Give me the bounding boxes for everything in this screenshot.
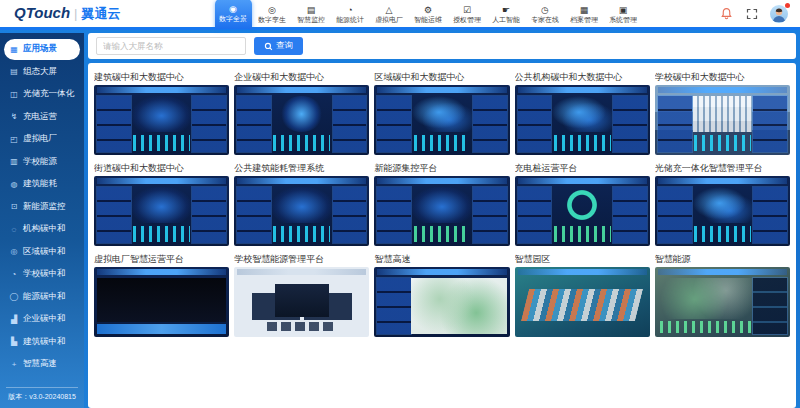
sidebar-item-能源碳中和[interactable]: ◯ 能源碳中和 <box>4 287 80 308</box>
thumb-barchart-decoration <box>133 135 190 151</box>
dashboard-card[interactable]: 智慧能源 <box>655 251 790 337</box>
dashboard-card[interactable]: 建筑碳中和大数据中心 <box>94 69 229 155</box>
notification-badge <box>785 3 790 8</box>
sidebar-item-充电运营[interactable]: ↯ 充电运营 <box>4 107 80 128</box>
card-thumbnail[interactable] <box>515 85 650 155</box>
dashboard-card[interactable]: 虚拟电厂智慧运营平台 <box>94 251 229 337</box>
sidebar-item-学校能源[interactable]: ▥ 学校能源 <box>4 152 80 173</box>
dashboard-card[interactable]: 街道碳中和大数据中心 <box>94 160 229 246</box>
card-thumbnail[interactable] <box>94 176 229 246</box>
dashboard-card[interactable]: 光储充一体化智慧管理平台 <box>655 160 790 246</box>
tab-icon: ▤ <box>307 5 316 15</box>
thumb-right-panel-decoration <box>753 278 787 334</box>
avatar[interactable] <box>770 5 788 23</box>
sidebar-item-光储充一体化[interactable]: ◫ 光储充一体化 <box>4 84 80 105</box>
card-thumbnail[interactable] <box>655 267 790 337</box>
dashboard-card[interactable]: 公共机构碳中和大数据中心 <box>515 69 650 155</box>
sidebar-item-label: 组态大屏 <box>23 66 57 78</box>
sidebar-item-区域碳中和[interactable]: ◎ 区域碳中和 <box>4 242 80 263</box>
dashboard-card[interactable]: 智慧高速 <box>374 251 509 337</box>
sidebar-item-虚拟电厂[interactable]: ◰ 虚拟电厂 <box>4 129 80 150</box>
tab-icon: ◷ <box>541 5 549 15</box>
thumb-barchart-decoration <box>660 321 751 333</box>
card-thumbnail[interactable] <box>515 267 650 337</box>
card-thumbnail[interactable] <box>94 85 229 155</box>
thumb-header-decoration <box>658 178 787 184</box>
sidebar: ▦ 应用场景 ▤ 组态大屏 ◫ 光储充一体化 ↯ 充电运营 ◰ 虚拟电厂 ▥ 学… <box>0 33 84 408</box>
dashboard-card[interactable]: 区域碳中和大数据中心 <box>374 69 509 155</box>
tab-label: 系统管理 <box>609 15 637 23</box>
card-thumbnail[interactable] <box>374 176 509 246</box>
thumb-right-panel-decoration <box>753 96 787 152</box>
sidebar-item-label: 虚拟电厂 <box>23 133 57 145</box>
card-title: 智慧园区 <box>515 251 650 267</box>
tab-智能运维[interactable]: ⚙ 智能运维 <box>410 1 447 29</box>
tab-系统管理[interactable]: ▣ 系统管理 <box>605 1 642 29</box>
card-thumbnail[interactable] <box>374 267 509 337</box>
fullscreen-icon[interactable] <box>744 6 760 22</box>
thumb-right-panel-decoration <box>333 96 367 152</box>
sidebar-item-机构碳中和[interactable]: ◌ 机构碳中和 <box>4 219 80 240</box>
card-thumbnail[interactable] <box>655 176 790 246</box>
sidebar-item-label: 应用场景 <box>23 43 57 55</box>
sidebar-item-icon: ↯ <box>9 112 19 121</box>
sidebar-item-label: 区域碳中和 <box>23 246 66 258</box>
sidebar-item-icon: ◔ <box>9 270 19 279</box>
dashboard-card[interactable]: 学校碳中和大数据中心 <box>655 69 790 155</box>
card-thumbnail[interactable] <box>234 85 369 155</box>
card-title: 公共建筑能耗管理系统 <box>234 160 369 176</box>
thumb-center-decoration <box>412 187 472 223</box>
sidebar-item-label: 机构碳中和 <box>23 223 66 235</box>
dashboard-card[interactable]: 充电桩运营平台 <box>515 160 650 246</box>
search-input[interactable] <box>96 37 246 55</box>
thumb-center-decoration <box>97 278 226 322</box>
tab-数字全景[interactable]: ◉ 数字全景 <box>215 0 252 29</box>
tab-label: 数字全景 <box>219 14 247 22</box>
tab-label: 数字孪生 <box>258 15 286 23</box>
dashboard-card[interactable]: 学校智慧能源管理平台 <box>234 251 369 337</box>
thumb-center-decoration <box>132 96 192 132</box>
tab-智慧监控[interactable]: ▤ 智慧监控 <box>293 1 330 29</box>
tab-虚拟电厂[interactable]: △ 虚拟电厂 <box>371 1 408 29</box>
card-thumbnail[interactable] <box>94 267 229 337</box>
sidebar-item-企业碳中和[interactable]: ▟ 企业碳中和 <box>4 309 80 330</box>
sidebar-item-label: 学校能源 <box>23 156 57 168</box>
card-title: 智慧能源 <box>655 251 790 267</box>
card-title: 光储充一体化智慧管理平台 <box>655 160 790 176</box>
tab-人工智能[interactable]: ☛ 人工智能 <box>488 1 525 29</box>
thumb-header-decoration <box>97 269 226 275</box>
top-nav-tabbar: ◉ 数字全景 ◎ 数字孪生 ▤ 智慧监控 ◔ 能源统计 △ 虚拟电厂 ⚙ 智能运… <box>150 0 706 29</box>
tab-档案管理[interactable]: ▦ 档案管理 <box>566 1 603 29</box>
tab-授权管理[interactable]: ☑ 授权管理 <box>449 1 486 29</box>
card-thumbnail[interactable] <box>234 176 369 246</box>
search-button[interactable]: 查询 <box>254 37 303 55</box>
sidebar-item-label: 建筑碳中和 <box>23 336 66 348</box>
tab-专家在线[interactable]: ◷ 专家在线 <box>527 1 564 29</box>
sidebar-item-组态大屏[interactable]: ▤ 组态大屏 <box>4 62 80 83</box>
card-thumbnail[interactable] <box>234 267 369 337</box>
sidebar-item-新能源监控[interactable]: ⊡ 新能源监控 <box>4 197 80 218</box>
bell-icon[interactable] <box>718 6 734 22</box>
tab-能源统计[interactable]: ◔ 能源统计 <box>332 1 369 29</box>
sidebar-item-建筑能耗[interactable]: ◍ 建筑能耗 <box>4 174 80 195</box>
dashboard-card[interactable]: 新能源集控平台 <box>374 160 509 246</box>
sidebar-item-智慧高速[interactable]: + 智慧高速 <box>4 354 80 375</box>
dashboard-card[interactable]: 公共建筑能耗管理系统 <box>234 160 369 246</box>
card-title: 新能源集控平台 <box>374 160 509 176</box>
dashboard-card[interactable]: 企业碳中和大数据中心 <box>234 69 369 155</box>
tab-数字孪生[interactable]: ◎ 数字孪生 <box>254 1 291 29</box>
thumb-header-decoration <box>518 269 647 275</box>
sidebar-item-icon: ▥ <box>9 157 19 166</box>
thumb-center-decoration <box>693 187 753 223</box>
dashboard-card[interactable]: 智慧园区 <box>515 251 650 337</box>
card-thumbnail[interactable] <box>374 85 509 155</box>
sidebar-item-label: 充电运营 <box>23 111 57 123</box>
sidebar-item-icon: + <box>9 360 19 369</box>
thumb-left-panel-decoration <box>518 96 552 152</box>
sidebar-item-应用场景[interactable]: ▦ 应用场景 <box>4 39 80 60</box>
sidebar-item-建筑碳中和[interactable]: ▙ 建筑碳中和 <box>4 332 80 353</box>
tab-label: 虚拟电厂 <box>375 15 403 23</box>
card-thumbnail[interactable] <box>655 85 790 155</box>
sidebar-item-学校碳中和[interactable]: ◔ 学校碳中和 <box>4 264 80 285</box>
card-thumbnail[interactable] <box>515 176 650 246</box>
